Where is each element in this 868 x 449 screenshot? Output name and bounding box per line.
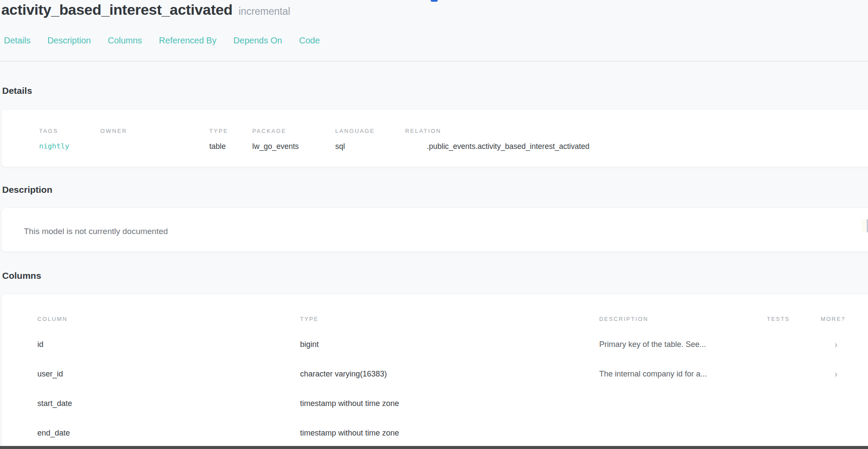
details-field-relation: RELATION .public_events.activity_based_i… xyxy=(405,128,868,151)
cell-column-type: character varying(16383) xyxy=(300,370,599,379)
chevron-right-icon[interactable]: › xyxy=(821,340,868,349)
tab-referenced-by[interactable]: Referenced By xyxy=(159,36,216,46)
field-label-package: PACKAGE xyxy=(252,128,335,135)
cell-column-name: user_id xyxy=(37,370,300,379)
field-label-language: LANGUAGE xyxy=(335,128,405,135)
details-section-heading: Details xyxy=(2,85,32,96)
details-field-tags: TAGS nightly xyxy=(39,128,100,151)
table-row-user-id[interactable]: user_id character varying(16383) The int… xyxy=(37,359,868,389)
columns-section-heading: Columns xyxy=(2,270,41,281)
field-value-language: sql xyxy=(335,142,405,151)
tab-code[interactable]: Code xyxy=(299,36,320,46)
cell-column-name: end_date xyxy=(37,429,300,438)
tab-details[interactable]: Details xyxy=(4,36,30,46)
tag-link-nightly[interactable]: nightly xyxy=(39,142,100,151)
clipped-edge-element xyxy=(862,219,868,232)
header-description: DESCRIPTION xyxy=(599,316,767,322)
bottom-edge-strip xyxy=(0,446,868,449)
materialization-badge: incremental xyxy=(239,6,290,17)
columns-table: COLUMN TYPE DESCRIPTION TESTS MORE? id b… xyxy=(2,294,868,448)
details-field-type: TYPE table xyxy=(209,128,252,151)
details-field-language: LANGUAGE sql xyxy=(335,128,405,151)
cell-column-name: start_date xyxy=(37,399,300,408)
tab-depends-on[interactable]: Depends On xyxy=(233,36,282,46)
header-tests: TESTS xyxy=(767,316,821,322)
tab-columns[interactable]: Columns xyxy=(108,36,142,46)
details-field-owner: OWNER xyxy=(100,128,209,151)
cell-column-type: timestamp without time zone xyxy=(300,429,599,438)
table-row-id[interactable]: id bigint Primary key of the table. See.… xyxy=(37,330,868,359)
details-field-package: PACKAGE lw_go_events xyxy=(252,128,335,151)
columns-table-header: COLUMN TYPE DESCRIPTION TESTS MORE? xyxy=(37,311,868,326)
field-label-owner: OWNER xyxy=(100,128,209,135)
cell-column-description: Primary key of the table. See... xyxy=(599,340,767,349)
table-row-start-date[interactable]: start_date timestamp without time zone xyxy=(37,389,868,418)
tab-bar: Details Description Columns Referenced B… xyxy=(4,36,320,46)
header-type: TYPE xyxy=(300,316,599,322)
description-section-heading: Description xyxy=(2,184,53,195)
details-card: TAGS nightly OWNER TYPE table PACKAGE lw… xyxy=(1,109,868,167)
field-value-package: lw_go_events xyxy=(252,142,335,151)
field-value-type: table xyxy=(209,142,252,151)
field-label-tags: TAGS xyxy=(39,128,100,135)
cell-column-type: timestamp without time zone xyxy=(300,399,599,408)
header-divider xyxy=(0,61,868,62)
page-title: activity_based_interest_activatedincreme… xyxy=(1,0,290,21)
field-label-relation: RELATION xyxy=(405,128,868,135)
clipped-link-fragment[interactable] xyxy=(431,0,438,2)
details-fields: TAGS nightly OWNER TYPE table PACKAGE lw… xyxy=(2,109,868,151)
chevron-right-icon[interactable]: › xyxy=(821,370,868,378)
header-column: COLUMN xyxy=(37,316,300,322)
description-placeholder-text: This model is not currently documented xyxy=(24,227,168,236)
columns-card: COLUMN TYPE DESCRIPTION TESTS MORE? id b… xyxy=(1,294,868,449)
cell-column-type: bigint xyxy=(300,340,599,349)
model-name: activity_based_interest_activated xyxy=(1,1,233,18)
header-more: MORE? xyxy=(821,316,868,322)
description-card: This model is not currently documented xyxy=(1,208,868,252)
tab-description[interactable]: Description xyxy=(47,36,91,46)
cell-column-name: id xyxy=(37,340,300,349)
cell-column-description: The internal company id for a... xyxy=(599,370,767,379)
table-row-end-date[interactable]: end_date timestamp without time zone xyxy=(37,418,868,448)
field-label-type: TYPE xyxy=(209,128,252,135)
field-value-relation: .public_events.activity_based_interest_a… xyxy=(405,142,868,151)
